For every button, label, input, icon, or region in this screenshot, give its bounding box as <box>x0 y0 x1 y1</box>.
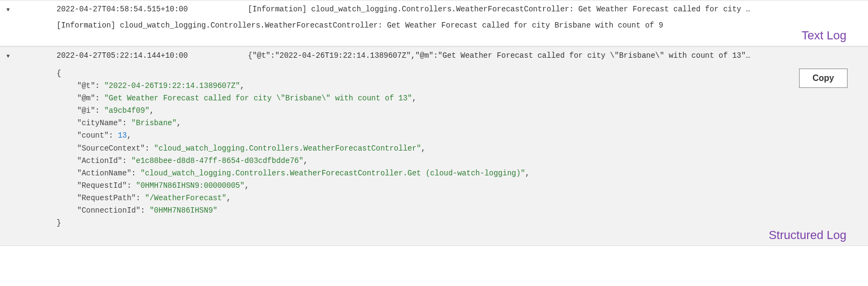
log-timestamp: 2022-04-27T04:58:54.515+10:00 <box>16 5 216 13</box>
json-key: "count" <box>77 131 109 140</box>
json-value: "cloud_watch_logging.Controllers.Weather… <box>154 144 421 153</box>
json-value: "Brisbane" <box>131 119 177 127</box>
json-value: "e1c88bee-d8d8-47ff-8654-d03cdfbdde76" <box>131 156 303 165</box>
log-expanded-body: Copy { "@t": "2022-04-26T19:22:14.138960… <box>0 64 868 246</box>
json-field-line: "RequestId": "0HMH7N86IHSN9:00000005", <box>57 180 868 192</box>
json-comma: , <box>412 94 416 103</box>
json-comma: , <box>177 119 181 127</box>
json-comma: , <box>245 181 249 190</box>
collapse-arrow-icon[interactable]: ▼ <box>0 6 16 13</box>
json-colon: : <box>95 106 105 115</box>
json-comma: , <box>240 81 244 90</box>
json-key: "@m" <box>77 94 95 103</box>
json-field-line: "@m": "Get Weather Forecast called for c… <box>57 92 868 105</box>
json-colon: : <box>122 119 131 127</box>
json-field-line: "count": 13, <box>57 130 868 142</box>
json-colon: : <box>141 206 150 215</box>
json-key: "@i" <box>77 106 95 115</box>
json-colon: : <box>145 144 154 153</box>
json-comma: , <box>525 169 530 178</box>
json-field-line: "RequestPath": "/WeatherForecast", <box>57 192 868 205</box>
json-key: "RequestId" <box>77 181 127 190</box>
json-comma: , <box>149 106 154 115</box>
json-field-line: "@i": "a9cb4f09", <box>57 105 868 117</box>
json-comma: , <box>127 131 131 140</box>
json-key: "ConnectionId" <box>77 206 141 215</box>
log-json-body: { "@t": "2022-04-26T19:22:14.1389607Z","… <box>57 67 868 229</box>
json-field-line: "ConnectionId": "0HMH7N86IHSN9" <box>57 205 868 217</box>
collapse-arrow-icon[interactable]: ▼ <box>0 52 16 59</box>
json-value: "/WeatherForecast" <box>145 194 226 202</box>
json-key: "ActionId" <box>77 156 122 165</box>
json-key: "@t" <box>77 81 95 90</box>
log-summary-row[interactable]: ▼ 2022-04-27T05:22:14.144+10:00 {"@t":"2… <box>0 47 868 64</box>
json-open-brace: { <box>57 69 61 78</box>
json-value: "Get Weather Forecast called for city \"… <box>104 94 412 103</box>
json-field-line: "cityName": "Brisbane", <box>57 117 868 130</box>
json-value: "0HMH7N86IHSN9" <box>149 206 217 215</box>
log-entry: ▼ 2022-04-27T05:22:14.144+10:00 {"@t":"2… <box>0 46 868 246</box>
json-colon: : <box>122 156 131 165</box>
json-value: "0HMH7N86IHSN9:00000005" <box>136 181 245 190</box>
json-colon: : <box>95 81 105 90</box>
log-full-text: [Information] cloud_watch_logging.Contro… <box>57 21 868 30</box>
json-key: "RequestPath" <box>77 194 136 202</box>
log-annotation-label: Structured Log <box>769 228 846 242</box>
json-value: "cloud_watch_logging.Controllers.Weather… <box>141 169 525 178</box>
copy-button[interactable]: Copy <box>799 69 848 88</box>
json-key: "ActionName" <box>77 169 131 178</box>
json-value: 13 <box>118 131 127 140</box>
log-annotation-label: Text Log <box>802 29 846 43</box>
json-field-line: "ActionId": "e1c88bee-d8d8-47ff-8654-d03… <box>57 155 868 167</box>
json-colon: : <box>95 94 105 103</box>
json-colon: : <box>109 131 118 140</box>
json-colon: : <box>127 181 136 190</box>
json-comma: , <box>421 144 426 153</box>
json-value: "2022-04-26T19:22:14.1389607Z" <box>104 81 240 90</box>
log-message-preview: [Information] cloud_watch_logging.Contro… <box>216 5 868 13</box>
json-comma: , <box>226 194 231 202</box>
json-field-line: "SourceContext": "cloud_watch_logging.Co… <box>57 142 868 155</box>
json-field-line: "ActionName": "cloud_watch_logging.Contr… <box>57 167 868 180</box>
json-field-line: "@t": "2022-04-26T19:22:14.1389607Z", <box>57 80 868 92</box>
json-colon: : <box>131 169 141 178</box>
json-value: "a9cb4f09" <box>104 106 149 115</box>
json-key: "cityName" <box>77 119 122 127</box>
log-entry: ▼ 2022-04-27T04:58:54.515+10:00 [Informa… <box>0 0 868 46</box>
json-close-brace: } <box>57 219 61 227</box>
log-message-preview: {"@t":"2022-04-26T19:22:14.1389607Z","@m… <box>216 51 868 60</box>
json-comma: , <box>303 156 308 165</box>
log-expanded-body: [Information] cloud_watch_logging.Contro… <box>0 18 868 46</box>
log-timestamp: 2022-04-27T05:22:14.144+10:00 <box>16 51 216 60</box>
json-colon: : <box>136 194 145 202</box>
json-key: "SourceContext" <box>77 144 145 153</box>
log-summary-row[interactable]: ▼ 2022-04-27T04:58:54.515+10:00 [Informa… <box>0 1 868 18</box>
